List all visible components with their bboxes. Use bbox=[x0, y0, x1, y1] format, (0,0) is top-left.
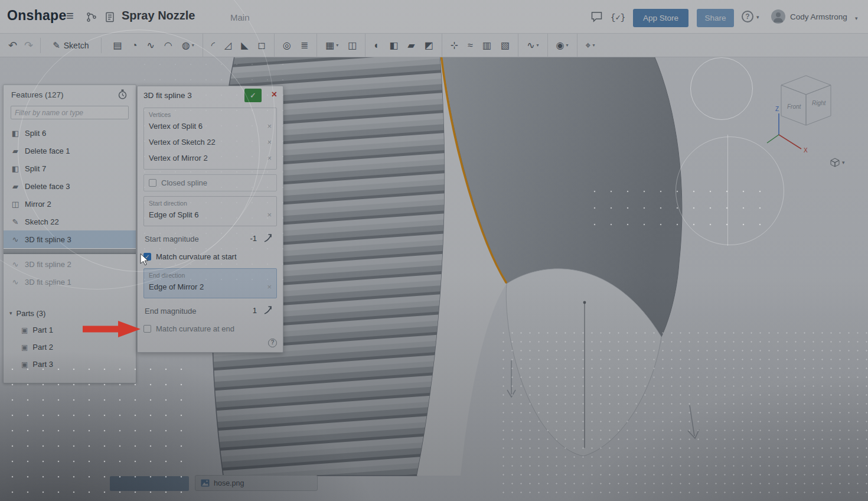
start-direction-value[interactable]: Edge of Split 6 × bbox=[149, 207, 272, 223]
shell-icon[interactable]: ◻ bbox=[253, 34, 275, 57]
tab-hose-png[interactable]: hose.png bbox=[195, 475, 318, 491]
app-store-button[interactable]: App Store bbox=[633, 9, 688, 27]
split-icon[interactable]: ◧ bbox=[384, 34, 403, 57]
feature-item-3d-fit-spline-1[interactable]: ∿3D fit spline 1 bbox=[4, 273, 136, 291]
extrude-icon[interactable]: ▤ bbox=[109, 34, 127, 57]
fillet-glyph: ◜ bbox=[211, 40, 215, 51]
match-curvature-end-row[interactable]: Match curvature at end bbox=[143, 324, 277, 333]
document-title[interactable]: Spray Nozzle bbox=[122, 9, 195, 22]
view-options-button[interactable]: ▾ bbox=[830, 157, 845, 168]
move-face-icon[interactable]: ◩ bbox=[420, 34, 442, 57]
boolean-icon[interactable]: ◐ bbox=[369, 34, 384, 57]
redo-icon[interactable]: ↷ bbox=[24, 39, 33, 52]
curve-tools-glyph: ∿ bbox=[527, 40, 534, 51]
workspace-units-icon[interactable] bbox=[104, 11, 116, 23]
viewcube-right-label[interactable]: Right bbox=[812, 100, 827, 106]
featurescript-icon[interactable]: {✓} bbox=[611, 12, 625, 22]
sketch-button[interactable]: ✎ Sketch bbox=[48, 37, 93, 54]
feature-item-delete-face-1[interactable]: ▰Delete face 1 bbox=[4, 142, 136, 160]
pattern-icon[interactable]: ▦▾ bbox=[321, 34, 343, 57]
onshape-logo[interactable]: Onshape bbox=[7, 8, 67, 24]
dialog-help-icon[interactable]: ? bbox=[268, 339, 277, 347]
accept-button[interactable]: ✓ bbox=[244, 89, 262, 102]
cancel-button[interactable]: × bbox=[272, 89, 277, 100]
vertices-group: Vertices Vertex of Split 6×Vertex of Ske… bbox=[143, 108, 277, 170]
part-item-part-2[interactable]: ▣Part 2 bbox=[4, 339, 136, 356]
feature-item-sketch-22[interactable]: ✎Sketch 22 bbox=[4, 213, 136, 230]
help-icon[interactable]: ? bbox=[742, 11, 753, 22]
share-button[interactable]: Share bbox=[697, 9, 734, 27]
feature-item-3d-fit-spline-2[interactable]: ∿3D fit spline 2 bbox=[4, 255, 136, 273]
start-magnitude-input[interactable]: -1 bbox=[250, 232, 257, 245]
history-clock-icon[interactable] bbox=[118, 89, 128, 100]
remove-icon[interactable]: × bbox=[267, 207, 272, 223]
shell-glyph: ◻ bbox=[258, 40, 266, 51]
draft-icon[interactable]: ◣ bbox=[236, 34, 253, 57]
vertex-item[interactable]: Vertex of Sketch 22× bbox=[149, 134, 272, 150]
workspace-name[interactable]: Main bbox=[230, 12, 250, 22]
revolve-icon[interactable]: ◔ bbox=[127, 34, 142, 57]
feature-item-3d-fit-spline-3[interactable]: ∿3D fit spline 3 bbox=[4, 230, 136, 248]
chevron-down-icon[interactable]: ▾ bbox=[593, 43, 595, 48]
undo-icon[interactable]: ↶ bbox=[8, 39, 17, 52]
remove-icon[interactable]: × bbox=[267, 118, 272, 134]
rollback-bar[interactable] bbox=[4, 249, 136, 254]
fillet-icon[interactable]: ◜ bbox=[207, 34, 220, 57]
surface-tools-icon[interactable]: ◍▾ bbox=[177, 34, 203, 57]
vertex-item[interactable]: Vertex of Mirror 2× bbox=[149, 150, 272, 166]
feature-type-icon: ∿ bbox=[11, 278, 20, 287]
rib-icon[interactable]: ≣ bbox=[296, 34, 317, 57]
offset-surface-icon[interactable]: ≈ bbox=[463, 34, 478, 57]
vertex-item[interactable]: Vertex of Split 6× bbox=[149, 118, 272, 134]
chevron-down-icon[interactable]: ▾ bbox=[537, 43, 539, 48]
closed-spline-checkbox[interactable] bbox=[149, 179, 156, 187]
versions-icon[interactable] bbox=[86, 11, 97, 23]
flip-tangent-icon[interactable] bbox=[263, 233, 273, 243]
feature-item-mirror-2[interactable]: ◫Mirror 2 bbox=[4, 195, 136, 213]
filter-input[interactable] bbox=[11, 106, 129, 119]
chevron-down-icon[interactable]: ▾ bbox=[842, 160, 845, 165]
viewcube-front-label[interactable]: Front bbox=[787, 103, 802, 110]
remove-icon[interactable]: × bbox=[267, 150, 272, 166]
delete-face-icon[interactable]: ▰ bbox=[403, 34, 419, 57]
user-avatar[interactable] bbox=[771, 9, 785, 24]
loft-icon[interactable]: ◠ bbox=[159, 34, 177, 57]
curve-tools-icon[interactable]: ∿▾ bbox=[522, 34, 547, 57]
feature-item-delete-face-3[interactable]: ▰Delete face 3 bbox=[4, 177, 136, 195]
thicken-icon[interactable]: ▥ bbox=[478, 34, 496, 57]
remove-icon[interactable]: × bbox=[267, 134, 272, 150]
primitive-tools-icon[interactable]: ◉▾ bbox=[552, 34, 577, 57]
flip-tangent-icon[interactable] bbox=[263, 305, 273, 315]
view-cube[interactable]: Front Right Z X bbox=[765, 59, 853, 162]
document-tab[interactable] bbox=[110, 476, 189, 491]
chevron-down-icon[interactable]: ▾ bbox=[336, 43, 338, 48]
mirror-icon[interactable]: ◫ bbox=[343, 34, 366, 57]
enclose-icon[interactable]: ▧ bbox=[496, 34, 518, 57]
match-curvature-end-checkbox[interactable] bbox=[143, 325, 151, 333]
toolbar-divider bbox=[40, 38, 41, 53]
sweep-icon[interactable]: ∿ bbox=[142, 34, 159, 57]
transform-icon[interactable]: ⊹ bbox=[446, 34, 463, 57]
feature-item-split-7[interactable]: ◧Split 7 bbox=[4, 160, 136, 177]
remove-icon[interactable]: × bbox=[267, 279, 272, 295]
feature-label: Sketch 22 bbox=[25, 217, 59, 226]
feature-item-split-6[interactable]: ◧Split 6 bbox=[4, 124, 136, 142]
closed-spline-row[interactable]: Closed spline bbox=[143, 174, 277, 191]
parts-section-header[interactable]: ▾ Parts (3) bbox=[4, 305, 136, 321]
chevron-down-icon[interactable]: ▾ bbox=[566, 43, 569, 48]
chevron-down-icon[interactable]: ▾ bbox=[756, 14, 759, 20]
comments-icon[interactable] bbox=[590, 11, 603, 23]
chevron-down-icon[interactable]: ▾ bbox=[192, 43, 194, 48]
match-curvature-start-row[interactable]: ✓ Match curvature at start bbox=[143, 252, 277, 261]
end-direction-value[interactable]: Edge of Mirror 2 × bbox=[149, 279, 272, 295]
spline-endpoint[interactable] bbox=[583, 301, 586, 304]
end-magnitude-input[interactable]: 1 bbox=[253, 304, 257, 317]
hole-icon[interactable]: ◎ bbox=[278, 34, 296, 57]
chevron-down-icon[interactable]: ▾ bbox=[9, 310, 12, 316]
main-menu-icon[interactable]: ≡ bbox=[66, 8, 74, 24]
user-name[interactable]: Cody Armstrong bbox=[790, 12, 847, 21]
chevron-down-icon[interactable]: ▾ bbox=[855, 15, 858, 21]
part-item-part-3[interactable]: ▣Part 3 bbox=[4, 356, 136, 373]
chamfer-icon[interactable]: ◿ bbox=[220, 34, 236, 57]
selection-tools-icon[interactable]: ⌖▾ bbox=[581, 34, 600, 57]
